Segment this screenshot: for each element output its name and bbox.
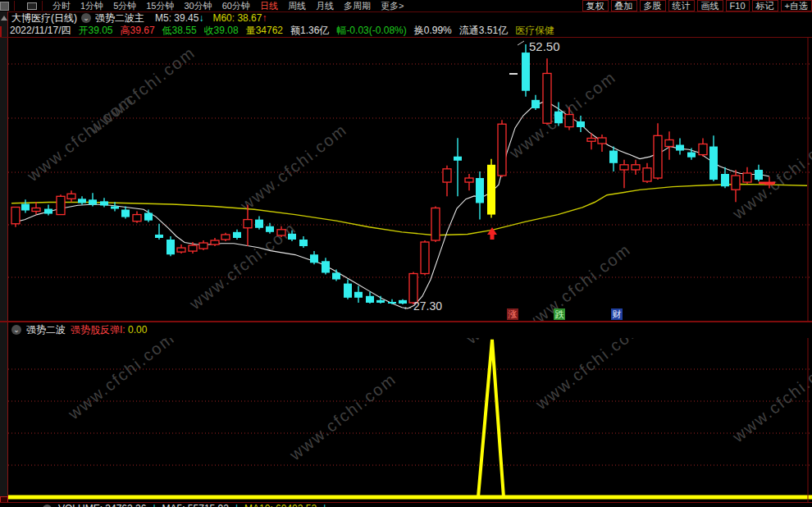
toolbar-button-F10[interactable]: F10 bbox=[726, 0, 750, 11]
badge-涨: 涨 bbox=[507, 308, 518, 320]
candle bbox=[454, 138, 462, 196]
high-price-label: 52.50 bbox=[529, 39, 560, 53]
candle bbox=[643, 163, 651, 183]
chevron-down-icon[interactable]: ⌄ bbox=[11, 325, 21, 335]
candle bbox=[476, 171, 484, 220]
tab-周线[interactable]: 周线 bbox=[288, 0, 306, 11]
tab-5分钟[interactable]: 5分钟 bbox=[113, 0, 136, 11]
app-icon[interactable] bbox=[0, 2, 9, 11]
candle bbox=[199, 240, 208, 250]
candle bbox=[598, 135, 606, 152]
watermark: www.cfchi.com bbox=[236, 120, 350, 214]
watermark: www.cfchi.com bbox=[531, 338, 645, 413]
ma5-line bbox=[11, 102, 769, 308]
candle bbox=[609, 147, 618, 171]
chevron-down-icon[interactable]: ⌄ bbox=[81, 13, 91, 23]
candle bbox=[155, 224, 163, 240]
toolbar-button-画线[interactable]: 画线 bbox=[697, 0, 723, 11]
tab-更多>[interactable]: 更多> bbox=[381, 0, 404, 11]
candle bbox=[211, 238, 219, 246]
sub-indicator-name[interactable]: 强势二波 bbox=[26, 323, 66, 336]
candle bbox=[32, 202, 40, 214]
toolbar-button-统计[interactable]: 统计 bbox=[668, 0, 695, 11]
candle bbox=[676, 138, 684, 154]
main-candlestick-chart[interactable]: www.cfchi.comwww.cfchi.comwww.cfchi.comw… bbox=[8, 38, 812, 321]
candle bbox=[654, 123, 662, 180]
candle bbox=[620, 160, 628, 188]
candle bbox=[111, 202, 119, 211]
toolbar-button-复权[interactable]: 复权 bbox=[582, 0, 609, 11]
down-arrow-icon: ↓ bbox=[198, 12, 203, 24]
tab-30分钟[interactable]: 30分钟 bbox=[185, 0, 212, 11]
quote-field: 换0.99% bbox=[414, 24, 452, 37]
candle bbox=[167, 236, 175, 256]
candle bbox=[78, 196, 86, 204]
candle bbox=[332, 269, 340, 281]
toolbar-button-+自选[interactable]: +自选 bbox=[781, 0, 812, 11]
candle bbox=[665, 131, 673, 159]
candle bbox=[177, 244, 185, 254]
candle bbox=[21, 199, 30, 212]
tab-日线[interactable]: 日线 bbox=[260, 0, 278, 11]
candle bbox=[344, 280, 352, 299]
timeframe-tabs: 分时1分钟5分钟15分钟30分钟60分钟日线周线月线多周期更多> bbox=[52, 0, 404, 11]
candle bbox=[755, 165, 763, 181]
ma60-readout: M60: 38.67↑ bbox=[212, 12, 267, 24]
candle bbox=[133, 212, 141, 223]
tab-15分钟[interactable]: 15分钟 bbox=[146, 0, 174, 11]
sub-indicator-chart[interactable]: www.cfchi.comwww.cfchi.comwww.cfchi.comw… bbox=[8, 338, 812, 502]
watermark: www.cfchi.com bbox=[728, 128, 812, 222]
quote-field: 医疗保健 bbox=[515, 24, 554, 37]
candle bbox=[531, 95, 540, 110]
window-icon[interactable] bbox=[27, 2, 37, 10]
ma60-line bbox=[11, 185, 807, 235]
candle bbox=[709, 135, 718, 181]
candle bbox=[221, 233, 230, 241]
menu-divider bbox=[14, 1, 15, 11]
tab-60分钟[interactable]: 60分钟 bbox=[222, 0, 250, 11]
low-price-label: ←27.30 bbox=[402, 299, 442, 313]
candle bbox=[487, 159, 495, 218]
candle bbox=[233, 230, 241, 240]
volume-stat: MA10: 60402.52 bbox=[244, 503, 317, 507]
candle bbox=[354, 286, 363, 303]
candle bbox=[543, 58, 551, 125]
toolbar-button-多股[interactable]: 多股 bbox=[640, 0, 666, 11]
candle bbox=[57, 194, 65, 214]
collapse-up-icon[interactable] bbox=[1, 16, 7, 21]
candle bbox=[366, 292, 374, 304]
tab-多周期[interactable]: 多周期 bbox=[344, 0, 371, 11]
candle bbox=[421, 240, 429, 276]
tab-月线[interactable]: 月线 bbox=[316, 0, 334, 11]
tab-1分钟[interactable]: 1分钟 bbox=[80, 0, 103, 11]
quote-field: 低38.55 bbox=[162, 24, 197, 37]
watermark: www.cfchi.com bbox=[462, 338, 576, 348]
up-arrow-icon: ↑ bbox=[262, 12, 267, 24]
overlay-indicator-name[interactable]: 强势二波主 bbox=[95, 12, 144, 24]
watermark: www.cfchi.com bbox=[285, 369, 399, 464]
toolbar-button-叠加[interactable]: 叠加 bbox=[611, 0, 637, 11]
candle bbox=[699, 138, 707, 156]
candle bbox=[376, 296, 385, 304]
sub-series-value: 0.00 bbox=[128, 324, 147, 336]
candle bbox=[577, 116, 585, 132]
volume-status-bar: VOLUME: 34762.26|MA5: 55715.92|MA10: 604… bbox=[0, 502, 812, 507]
panel-divider[interactable] bbox=[0, 321, 812, 322]
toolbar-button-标记[interactable]: 标记 bbox=[752, 0, 778, 11]
candle bbox=[11, 208, 20, 227]
toolbar-right: 复权叠加多股统计画线F10标记+自选 bbox=[582, 0, 812, 11]
candle bbox=[89, 193, 97, 206]
quote-field: 幅-0.03(-0.08%) bbox=[336, 24, 406, 37]
candle bbox=[144, 210, 153, 222]
candle bbox=[721, 167, 729, 188]
tab-分时[interactable]: 分时 bbox=[52, 0, 71, 11]
menu-bar: 分时1分钟5分钟15分钟30分钟60分钟日线周线月线多周期更多> 复权叠加多股统… bbox=[0, 0, 812, 12]
separator: | bbox=[235, 503, 238, 507]
quote-field: 流通3.51亿 bbox=[459, 24, 508, 37]
candle bbox=[443, 166, 451, 196]
ma5-readout: M5: 39.45↓ bbox=[155, 12, 203, 24]
stock-title: 大博医疗(日线) bbox=[11, 12, 77, 24]
volume-stat: MA5: 55715.92 bbox=[162, 503, 229, 507]
candle bbox=[498, 120, 506, 177]
quote-field: 额1.36亿 bbox=[290, 24, 329, 37]
